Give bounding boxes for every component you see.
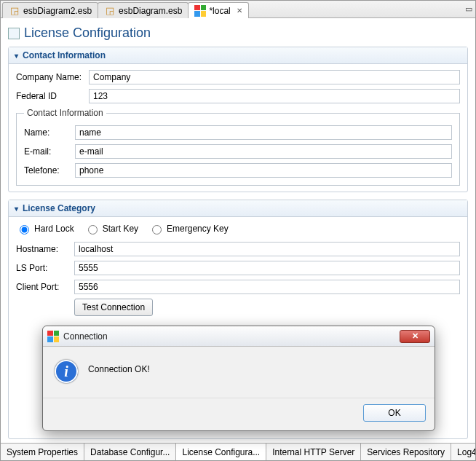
bottom-tab-database-config[interactable]: Database Configur... [84, 444, 176, 460]
radio-startkey[interactable]: Start Key [84, 223, 138, 235]
dialog-message: Connection OK! [88, 360, 150, 374]
dialog-titlebar[interactable]: Connection ✕ [43, 326, 435, 347]
editor-tab[interactable]: ◲ esbDiagram.esb [98, 2, 189, 18]
phone-label: Telefone: [24, 165, 75, 176]
dialog-title-text: Connection [63, 331, 395, 342]
email-input[interactable] [75, 144, 452, 159]
company-name-input[interactable] [89, 70, 460, 84]
radio-hardlock-input[interactable] [20, 225, 29, 235]
bottom-tab-log4j[interactable]: Log4j [451, 444, 476, 460]
lsport-input[interactable] [74, 261, 460, 275]
clientport-label: Client Port: [16, 282, 74, 292]
restore-icon[interactable]: ▭ [465, 4, 472, 14]
section-header-contact[interactable]: ▾ Contact Information [9, 47, 467, 64]
dialog-ok-button[interactable]: OK [363, 404, 426, 422]
section-title: License Category [23, 203, 95, 213]
federal-id-input[interactable] [89, 89, 460, 103]
phone-input[interactable] [75, 163, 452, 178]
chevron-down-icon: ▾ [15, 205, 18, 213]
radio-hardlock[interactable]: Hard Lock [16, 223, 74, 235]
name-input[interactable] [75, 125, 452, 140]
close-icon[interactable]: ✕ [237, 7, 242, 15]
editor-tab-active[interactable]: *local ✕ [188, 2, 248, 18]
editor-tab-bar: ◲ esbDiagram2.esb ◲ esbDiagram.esb *loca… [1, 1, 475, 18]
hostname-label: Hostname: [16, 244, 74, 254]
bottom-tab-bar: System Properties Database Configur... L… [1, 443, 475, 460]
company-name-label: Company Name: [16, 72, 89, 82]
federal-id-label: Federal ID [16, 91, 89, 101]
page-title: License Configuration [24, 25, 151, 41]
section-header-license[interactable]: ▾ License Category [9, 200, 467, 217]
chevron-down-icon: ▾ [15, 52, 18, 60]
email-label: E-mail: [24, 146, 75, 157]
section-title: Contact Information [23, 50, 106, 60]
radio-emergency-input[interactable] [152, 225, 162, 235]
contact-group-title: Contact Information [24, 108, 106, 118]
radio-startkey-input[interactable] [88, 225, 98, 235]
test-connection-button[interactable]: Test Connection [74, 299, 153, 316]
file-icon: ◲ [9, 5, 20, 17]
section-contact-info: ▾ Contact Information Company Name: Fede… [8, 47, 468, 192]
name-label: Name: [24, 127, 75, 138]
radio-emergency[interactable]: Emergency Key [148, 223, 229, 235]
editor-tab[interactable]: ◲ esbDiagram2.esb [2, 2, 98, 18]
lsport-label: LS Port: [16, 263, 74, 273]
bottom-tab-internal-http[interactable]: Internal HTTP Server [266, 444, 361, 460]
file-icon: ◲ [104, 5, 116, 17]
editor-tab-label: *local [209, 6, 230, 16]
clientport-input[interactable] [74, 280, 460, 294]
contact-group: Contact Information Name: E-mail: Telefo… [16, 108, 460, 186]
dialog-close-button[interactable]: ✕ [400, 330, 430, 343]
editor-tab-label: esbDiagram.esb [119, 6, 182, 16]
bottom-tab-license-config[interactable]: License Configura... [176, 444, 266, 460]
bottom-tab-system-properties[interactable]: System Properties [1, 444, 84, 460]
app-icon [194, 5, 206, 17]
page-icon [8, 28, 20, 39]
connection-dialog[interactable]: Connection ✕ i Connection OK! OK [42, 326, 435, 431]
info-icon: i [55, 360, 78, 383]
app-icon [47, 331, 59, 342]
bottom-tab-services-repo[interactable]: Services Repository [361, 444, 451, 460]
editor-tab-label: esbDiagram2.esb [23, 6, 92, 16]
hostname-input[interactable] [74, 242, 460, 256]
